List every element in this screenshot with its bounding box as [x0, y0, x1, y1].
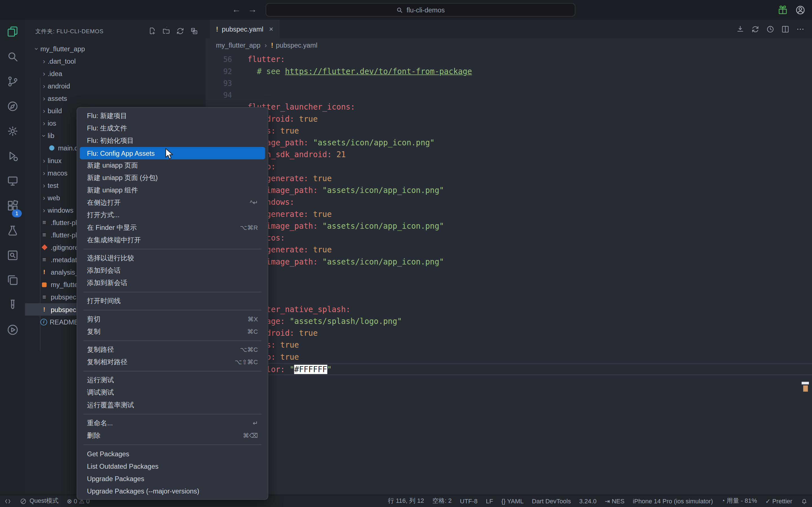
code-line[interactable]: image: "assets/splash/logo.png" [206, 316, 812, 327]
collapse-all-icon[interactable] [190, 27, 198, 35]
split-icon[interactable] [781, 24, 790, 33]
menu-item-get-packages[interactable]: Get Packages [80, 448, 265, 460]
menu-item--[interactable]: 添加到新会话 [80, 277, 265, 289]
status-quest-mode[interactable]: Quest模式 [15, 495, 63, 507]
menu-item--[interactable]: 调试测试 [80, 386, 265, 399]
new-file-icon[interactable] [148, 27, 156, 35]
gift-icon[interactable] [777, 4, 788, 15]
activity-explorer-icon[interactable] [0, 25, 25, 50]
code-area[interactable]: 56flutter:92 # see https://flutter.dev/t… [206, 52, 812, 375]
menu-item--[interactable]: 剪切⌘X [80, 313, 265, 325]
line-number[interactable]: 92 [206, 66, 232, 77]
menu-item--[interactable]: 复制⌘C [80, 325, 265, 338]
menu-item--uniapp-[interactable]: 新建 uniapp 页面 (分包) [80, 172, 265, 184]
code-line[interactable]: 56flutter: [206, 54, 812, 66]
code-line[interactable]: web: true [206, 351, 812, 363]
line-number[interactable]: 94 [206, 90, 232, 101]
menu-item--finder-[interactable]: 在 Finder 中显示⌥⌘R [80, 221, 265, 234]
status-nes[interactable]: ⇥ NES [601, 495, 628, 507]
code-line[interactable]: macos: [206, 232, 812, 244]
status-prettier[interactable]: ✓ Prettier [761, 495, 797, 507]
status-language-mode[interactable]: {} YAML [497, 495, 528, 507]
account-icon[interactable] [795, 4, 806, 15]
code-line[interactable] [206, 268, 812, 280]
menu-item--[interactable]: 添加到会话 [80, 265, 265, 277]
code-line[interactable]: flutter_launcher_icons: [206, 101, 812, 113]
activity-remote-icon[interactable] [0, 174, 25, 199]
code-line[interactable]: android: true [206, 113, 812, 125]
refresh-icon[interactable] [176, 27, 184, 35]
code-line[interactable]: ios: true [206, 125, 812, 137]
activity-search-icon[interactable] [0, 50, 25, 75]
activity-run-alt-icon[interactable] [0, 323, 25, 348]
status-indentation[interactable]: 空格: 2 [428, 495, 456, 507]
status-dart-devtools[interactable]: Dart DevTools [528, 495, 575, 507]
menu-item-flu-[interactable]: Flu: 生成文件 [80, 122, 265, 134]
status-cursor-position[interactable]: 行 116, 列 12 [384, 495, 428, 507]
code-line[interactable]: generate: true [206, 209, 812, 220]
code-line[interactable]: image_path: "assets/icon/app_icon.png" [206, 185, 812, 196]
activity-beaker-icon[interactable] [0, 298, 25, 323]
sync-icon[interactable] [751, 24, 760, 33]
status-eol[interactable]: LF [482, 495, 497, 507]
menu-item--uniapp-[interactable]: 新建 uniapp 组件 [80, 184, 265, 196]
code-line[interactable]: android: true [206, 328, 812, 339]
activity-gear-icon[interactable] [0, 125, 25, 150]
menu-item--[interactable]: 在侧边打开^↵ [80, 196, 265, 209]
command-center-search[interactable]: flu-cli-demos [266, 3, 575, 17]
activity-source-control-icon[interactable] [0, 75, 25, 100]
code-line[interactable]: image_path: "assets/icon/app_icon.png" [206, 220, 812, 232]
menu-item--[interactable]: 复制路径⌥⌘C [80, 344, 265, 356]
breadcrumb-item[interactable]: !pubspec.yaml [271, 41, 317, 49]
tree-item-assets[interactable]: ›assets [25, 92, 206, 105]
code-line-current[interactable]: color: "#FFFFFF" [206, 363, 812, 375]
code-line[interactable]: 93 [206, 78, 812, 90]
menu-item--[interactable]: 打开方式... [80, 209, 265, 221]
menu-item-upgrade-packages[interactable]: Upgrade Packages [80, 472, 265, 485]
tab-pubspec-yaml[interactable]: ! pubspec.yaml × [210, 20, 280, 38]
code-line[interactable]: web: [206, 161, 812, 173]
menu-item-flu-[interactable]: Flu: 初始化项目 [80, 135, 265, 147]
line-number[interactable]: 93 [206, 78, 232, 90]
menu-item--[interactable]: 运行测试 [80, 374, 265, 386]
menu-item-upgrade-packages-major-versions-[interactable]: Upgrade Packages (--major-versions) [80, 485, 265, 497]
activity-debug-icon[interactable] [0, 150, 25, 174]
status-flutter-version[interactable]: 3.24.0 [575, 495, 601, 507]
code-line[interactable]: image_path: "assets/icon/app_icon.png" [206, 256, 812, 268]
code-line[interactable]: min_sdk_android: 21 [206, 149, 812, 161]
code-line[interactable]: generate: true [206, 244, 812, 256]
code-line[interactable]: 92 # see https://flutter.dev/to/font-fro… [206, 66, 812, 77]
activity-extensions-icon[interactable]: 1 [0, 199, 25, 224]
activity-testing-icon[interactable] [0, 224, 25, 249]
breadcrumb-item[interactable]: my_flutter_app [216, 41, 260, 49]
menu-item-list-outdated-packages[interactable]: List Outdated Packages [80, 460, 265, 472]
activity-run-icon[interactable] [0, 100, 25, 124]
status-device[interactable]: iPhone 14 Pro (ios simulator) [629, 495, 717, 507]
code-line[interactable]: image_path: "assets/icon/app_icon.png" [206, 137, 812, 149]
menu-item--[interactable]: 选择以进行比较 [80, 252, 265, 264]
status-usage[interactable]: ◔ 用量 - 81% [717, 495, 761, 507]
menu-item--[interactable]: 在集成终端中打开 [80, 234, 265, 246]
more-icon[interactable] [796, 24, 805, 33]
menu-item--[interactable]: 删除⌘⌫ [80, 429, 265, 442]
tree-item-android[interactable]: ›android [25, 80, 206, 92]
code-line[interactable] [206, 292, 812, 304]
code-line[interactable]: flutter_native_splash: [206, 304, 812, 316]
code-line[interactable]: generate: true [206, 173, 812, 184]
nav-forward-button[interactable]: → [248, 5, 257, 15]
menu-item--[interactable]: 打开时间线 [80, 295, 265, 307]
line-number[interactable]: 56 [206, 54, 232, 66]
menu-item--[interactable]: 运行覆盖率测试 [80, 399, 265, 411]
menu-item--[interactable]: 重命名...↵ [80, 417, 265, 429]
activity-copies-icon[interactable] [0, 274, 25, 298]
menu-item-flu-[interactable]: Flu: 新建项目 [80, 110, 265, 122]
tree-item-.idea[interactable]: ›.idea [25, 67, 206, 80]
status-notifications[interactable] [797, 495, 812, 507]
menu-item--[interactable]: 复制相对路径⌥⇧⌘C [80, 356, 265, 369]
new-folder-icon[interactable] [162, 27, 170, 35]
status-encoding[interactable]: UTF-8 [456, 495, 482, 507]
code-line[interactable]: windows: [206, 196, 812, 209]
activity-search-editor-icon[interactable] [0, 249, 25, 274]
tree-item-.dart_tool[interactable]: ›.dart_tool [25, 55, 206, 67]
code-line[interactable] [206, 280, 812, 292]
